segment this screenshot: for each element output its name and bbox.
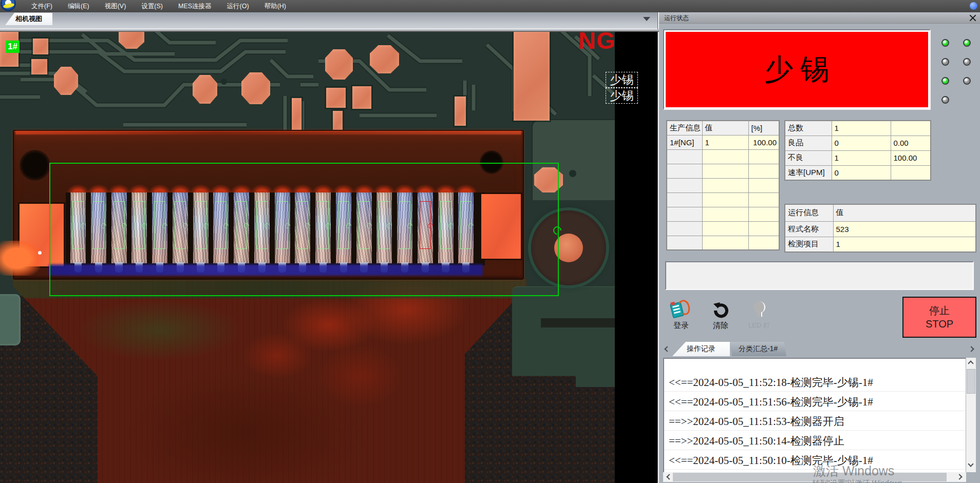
pin-roi-box: [72, 201, 84, 249]
pin-roi-box: [114, 201, 125, 249]
pin-roi-box: [215, 201, 227, 249]
copper-pad: [292, 98, 301, 130]
tab-scroll-right-icon[interactable]: [968, 346, 974, 352]
windows-activation-watermark-line2: 转到"设置"以激活 Windows: [813, 478, 902, 483]
copper-pad: [31, 59, 47, 74]
pin-roi-box: [277, 201, 288, 249]
pin-roi-box: [236, 201, 247, 249]
run-status-panel: 运行状态 少锡 生产信息值[%]1#[NG]1100.00 总数1良品00.00…: [659, 12, 980, 483]
copper-pad: [193, 75, 217, 104]
pin-roi-box: [359, 201, 370, 249]
operation-log-list[interactable]: <<==2024-05-05_11:52:18-检测完毕-少锡-1#<<==20…: [663, 358, 966, 472]
copper-pad: [325, 49, 353, 80]
pin-roi-box: [134, 201, 145, 249]
mounting-hole-left: [20, 150, 50, 181]
chevron-down-icon[interactable]: [643, 17, 650, 21]
led-indicator-6: [963, 77, 971, 85]
fixture-tab: [0, 294, 21, 345]
scroll-right-icon[interactable]: [956, 472, 964, 482]
clear-label: 清除: [703, 321, 739, 331]
led-indicator-1: [941, 39, 949, 47]
log-entry: <<==2024-05-05_11:51:56-检测完毕-少锡-1#: [664, 392, 966, 411]
log-tab-bar: 操作记录 分类汇总-1#: [661, 341, 977, 356]
defect-label-1: 少锡: [606, 72, 638, 88]
led-button[interactable]: LED 灯: [741, 298, 777, 330]
log-entry: ==>>2024-05-05_11:51:53-检测器开启: [664, 411, 966, 431]
pin-roi-box-ng: [420, 201, 431, 249]
menu-item-2[interactable]: 视图(V): [97, 0, 134, 12]
pin-roi-box: [175, 201, 186, 249]
menu-bar: 文件(F)编辑(E)视图(V)设置(S)MES连接器运行(O)帮助(H): [0, 0, 980, 12]
copper-pad: [370, 45, 399, 73]
tab-scroll-left-icon[interactable]: [664, 346, 670, 352]
copper-pad: [455, 96, 466, 126]
scroll-up-icon[interactable]: [966, 358, 976, 367]
app-logo-icon: [1, 0, 16, 11]
menu-item-3[interactable]: 设置(S): [134, 0, 171, 12]
pin-roi-box: [256, 201, 268, 249]
camera-top-border: [0, 29, 659, 32]
stop-label-en: STOP: [926, 317, 953, 331]
status-display-frame: 少锡: [663, 29, 931, 110]
stop-button[interactable]: 停止 STOP: [902, 297, 976, 338]
login-label: 登录: [663, 321, 699, 331]
copper-pad: [352, 86, 371, 109]
led-label: LED 灯: [741, 321, 777, 330]
menu-item-5[interactable]: 运行(O): [219, 0, 257, 12]
copper-pad: [33, 38, 48, 54]
copper-pad: [333, 111, 343, 131]
pin-roi-box: [338, 201, 349, 249]
menu-item-0[interactable]: 文件(F): [24, 0, 60, 12]
login-button[interactable]: 登录: [663, 298, 699, 330]
led-indicator-5: [941, 77, 949, 85]
camera-id-badge: 1#: [6, 41, 20, 53]
defect-label-2: 少锡: [606, 88, 638, 104]
tab-camera-view-label: 相机视图: [15, 14, 42, 24]
app-window: 文件(F)编辑(E)视图(V)设置(S)MES连接器运行(O)帮助(H) 相机视…: [0, 0, 980, 483]
pin-roi-box: [399, 201, 410, 249]
menu-item-1[interactable]: 编辑(E): [60, 0, 97, 12]
menu-item-4[interactable]: MES连接器: [171, 0, 219, 12]
pin-roi-box: [379, 201, 390, 249]
camera-view: 1# NG 少锡 少锡: [0, 29, 659, 483]
pin-roi-box: [440, 201, 451, 249]
tab-camera-view[interactable]: 相机视图: [5, 13, 52, 25]
pcb-plate: [512, 286, 615, 387]
log-entry: <<==2024-05-05_11:52:18-检测完毕-少锡-1#: [664, 372, 966, 392]
pin-roi-box: [154, 201, 165, 249]
clear-icon: [712, 301, 730, 320]
menu-items: 文件(F)编辑(E)视图(V)设置(S)MES连接器运行(O)帮助(H): [24, 0, 294, 12]
led-indicator-7: [941, 96, 949, 104]
message-box: [665, 261, 974, 290]
copper-pad: [241, 72, 270, 104]
tab-summary[interactable]: 分类汇总-1#: [730, 342, 786, 356]
pcb-photo: [0, 29, 615, 483]
pin-roi-box: [93, 201, 104, 249]
stop-label-cn: 停止: [929, 304, 950, 317]
close-icon[interactable]: [969, 14, 976, 22]
panel-title: 运行状态: [664, 14, 689, 22]
camera-tab-bar: 相机视图: [0, 12, 659, 29]
scroll-left-icon[interactable]: [664, 472, 672, 482]
run-info-table: 运行信息值程式名称523检测项目1: [784, 204, 976, 253]
log-entry: ==>>2024-05-05_11:50:14-检测器停止: [664, 431, 966, 450]
status-display: 少锡: [666, 32, 928, 107]
scroll-down-icon[interactable]: [966, 460, 976, 470]
production-table: 生产信息值[%]1#[NG]1100.00: [666, 120, 780, 250]
copper-pad: [326, 88, 346, 108]
panel-title-bar: 运行状态: [659, 12, 980, 24]
tab-operation-log[interactable]: 操作记录: [672, 342, 730, 356]
vertical-scrollbar[interactable]: [966, 358, 976, 472]
menu-item-6[interactable]: 帮助(H): [257, 0, 294, 12]
copper-pad: [514, 31, 550, 121]
led-indicator-4: [963, 58, 971, 66]
vscroll-thumb[interactable]: [967, 369, 975, 394]
led-indicator-3: [941, 58, 949, 66]
pin-roi-box: [317, 201, 329, 249]
hscroll-thumb[interactable]: [673, 473, 947, 481]
clear-button[interactable]: 清除: [703, 298, 739, 330]
windows-activation-watermark: 激活 Windows: [813, 462, 894, 479]
app-badge-icon: [970, 2, 977, 10]
pin-roi-box: [195, 201, 206, 249]
stats-table: 总数1良品00.00不良1100.00速率[UPM]0: [784, 120, 931, 181]
